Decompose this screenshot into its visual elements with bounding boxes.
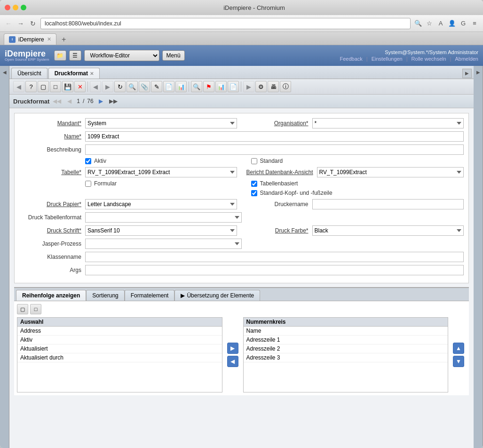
forward-button[interactable]: →: [16, 19, 25, 28]
feedback-link[interactable]: Feedback: [340, 56, 363, 62]
maximize-button[interactable]: [21, 5, 26, 10]
druck-farbe-select[interactable]: Black: [312, 225, 464, 236]
tab-close-button[interactable]: ✕: [47, 36, 51, 42]
new-tab-button[interactable]: +: [58, 34, 70, 45]
tab-formatelement[interactable]: Formatelement: [125, 290, 175, 301]
close-button[interactable]: [5, 5, 10, 10]
last-record-btn[interactable]: ▶▶: [109, 96, 118, 106]
right-nav-toggle-side[interactable]: ▶: [474, 66, 483, 448]
tb-note-btn[interactable]: ✎: [151, 81, 162, 92]
tb-settings-btn[interactable]: ⚙: [255, 81, 267, 92]
tb-refresh-btn[interactable]: ↻: [114, 81, 126, 92]
tb-back-btn[interactable]: ◀: [13, 81, 24, 92]
switch-role-link[interactable]: Rolle wechseln: [412, 56, 446, 62]
move-up-btn[interactable]: ▲: [453, 343, 464, 354]
tb-find-btn[interactable]: 🔍: [127, 81, 138, 92]
tab-uebersetzung[interactable]: ▶ Übersetzung der Elemente: [174, 290, 260, 301]
browser-tab-idempiere[interactable]: i iDempiere ✕: [4, 33, 56, 45]
left-nav-toggle[interactable]: ◀: [0, 66, 9, 448]
content-tab-strip: Übersicht Druckformat ✕ ▶: [9, 66, 474, 79]
tabelle-select[interactable]: RV_T_1099Extract_1099 Extract: [85, 167, 237, 177]
google-icon[interactable]: G: [459, 19, 468, 28]
list-item[interactable]: Aktualisiert durch: [17, 353, 222, 362]
druck-papier-select[interactable]: Letter Landscape: [85, 199, 237, 209]
tab-druckformat-close[interactable]: ✕: [90, 71, 94, 76]
tab-sortierung[interactable]: Sortierung: [86, 290, 124, 301]
args-input[interactable]: [85, 265, 464, 275]
tab-label: iDempiere: [18, 36, 44, 43]
layout-icon-btn[interactable]: ☰: [69, 50, 81, 61]
jasper-select[interactable]: [85, 239, 242, 249]
organisation-select[interactable]: *: [312, 118, 464, 128]
tb-print-btn[interactable]: 🖶: [268, 81, 279, 92]
list-item[interactable]: Adresszeile 3: [244, 353, 448, 362]
druck-tabellenformat-select[interactable]: [85, 212, 242, 223]
tb-new-btn[interactable]: ▢: [38, 81, 49, 92]
tab-druckformat[interactable]: Druckformat ✕: [48, 68, 100, 79]
formular-checkbox[interactable]: [85, 181, 91, 187]
tb-prev-btn[interactable]: ◀: [90, 81, 101, 92]
first-record-btn[interactable]: ◀◀: [52, 96, 62, 106]
star-icon[interactable]: ☆: [425, 19, 434, 28]
tb-flag-btn[interactable]: ⚑: [203, 81, 214, 92]
tb-attach-btn[interactable]: 📎: [139, 81, 150, 92]
reload-button[interactable]: ↻: [28, 19, 38, 28]
standard-kopf-checkbox[interactable]: [251, 190, 257, 196]
standard-checkbox[interactable]: [251, 158, 257, 164]
move-left-btn[interactable]: ◀: [227, 356, 238, 367]
list-item[interactable]: Address: [17, 327, 222, 336]
tb-copy-btn[interactable]: □: [50, 81, 61, 92]
tb-delete-btn[interactable]: ✕: [74, 81, 86, 92]
move-down-btn[interactable]: ▼: [453, 356, 464, 367]
translate-icon[interactable]: A: [436, 19, 445, 28]
standard-kopf-label: Standard-Kopf- und -fußzeile: [260, 190, 333, 196]
tb-info-btn[interactable]: ⓘ: [280, 81, 291, 92]
workflow-dropdown[interactable]: Workflow-Editor: [84, 50, 159, 61]
menu-icon[interactable]: ≡: [470, 19, 479, 28]
beschreibung-value: [85, 144, 464, 155]
list-item[interactable]: Adresszeile 2: [244, 344, 448, 353]
druck-tabellenformat-row: Druck Tabellenformat: [19, 212, 464, 223]
tb-export-btn[interactable]: 📄: [228, 81, 239, 92]
tb-help-btn[interactable]: ?: [25, 81, 37, 92]
back-button[interactable]: ←: [4, 19, 13, 28]
right-list-body[interactable]: Name Adresszeile 1 Adresszeile 2 Adressz…: [243, 326, 449, 392]
right-nav-toggle[interactable]: ▶: [462, 69, 472, 78]
tb-report-btn[interactable]: 📊: [175, 81, 187, 92]
list-item[interactable]: Name: [244, 327, 448, 336]
minimize-button[interactable]: [13, 5, 18, 10]
list-add-btn[interactable]: ▢: [17, 304, 28, 314]
address-bar[interactable]: localhost:8080/webui/index.zul: [40, 18, 411, 29]
prev-record-btn[interactable]: ◀: [64, 96, 74, 106]
tb-archive-btn[interactable]: 📄: [163, 81, 174, 92]
profile-icon[interactable]: 👤: [447, 19, 457, 28]
druckername-input[interactable]: [312, 199, 464, 209]
druck-schrift-select[interactable]: SansSerif 10: [85, 225, 237, 236]
tab-reihenfolge[interactable]: Reihenfolge anzeigen: [16, 290, 86, 301]
settings-link[interactable]: Einstellungen: [372, 56, 403, 62]
tb-chart-btn[interactable]: 📊: [215, 81, 227, 92]
move-right-btn[interactable]: ▶: [227, 343, 238, 354]
tb-workflow-btn[interactable]: ▶: [243, 81, 254, 92]
tb-save-btn[interactable]: 💾: [62, 81, 73, 92]
tabellenbasiert-checkbox[interactable]: [251, 181, 257, 187]
folder-icon-btn[interactable]: 📁: [54, 50, 66, 61]
tb-zoom-btn[interactable]: 🔍: [191, 81, 202, 92]
tab-uebersicht[interactable]: Übersicht: [11, 68, 48, 79]
beschreibung-input[interactable]: [85, 144, 464, 155]
klassenname-input[interactable]: [85, 252, 464, 262]
left-list-body[interactable]: Address Aktiv Aktualisiert Aktualisiert …: [17, 326, 222, 392]
name-row: Name*: [19, 131, 464, 142]
aktiv-checkbox[interactable]: [85, 158, 91, 164]
list-delete-btn[interactable]: □: [30, 304, 41, 314]
list-item[interactable]: Aktiv: [17, 336, 222, 344]
menu-button[interactable]: Menü: [162, 50, 185, 61]
next-record-btn[interactable]: ▶: [96, 96, 106, 106]
mandant-select[interactable]: System: [85, 118, 237, 128]
tb-next-btn[interactable]: ▶: [102, 81, 113, 92]
bericht-db-select[interactable]: RV_T_1099Extract: [317, 167, 464, 177]
list-item[interactable]: Aktualisiert: [17, 344, 222, 353]
logout-link[interactable]: Abmelden: [455, 56, 478, 62]
list-item[interactable]: Adresszeile 1: [244, 336, 448, 344]
name-input[interactable]: [85, 131, 464, 142]
